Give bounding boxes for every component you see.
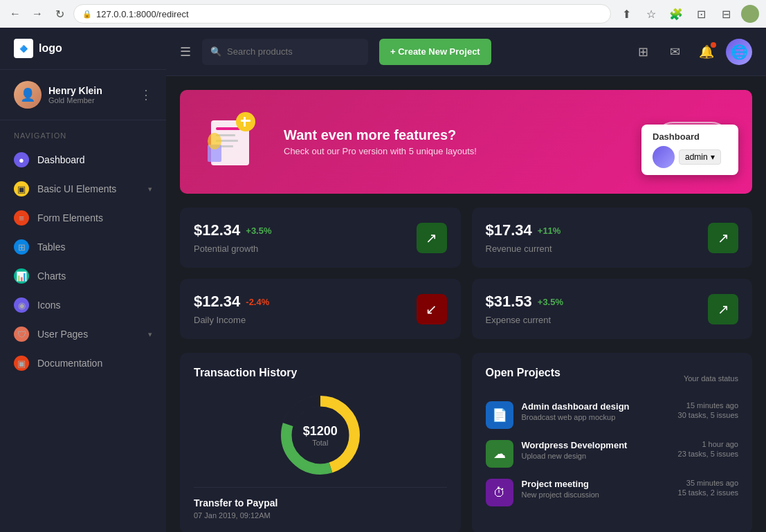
stat-arrow-icon[interactable]: ↗: [708, 294, 738, 324]
stat-info: $12.34 +3.5% Potential growth: [194, 221, 272, 254]
sidebar-item-basic-ui[interactable]: ▣ Basic UI Elements ▾: [0, 174, 166, 203]
donut-wrap: $1200 Total: [275, 390, 365, 480]
tables-icon: ⊞: [14, 239, 29, 255]
search-bar: 🔍: [202, 39, 368, 65]
share-button[interactable]: ⬆: [617, 4, 636, 24]
bottom-grid: Transaction History: [180, 353, 752, 532]
project-time: 1 hour ago: [678, 440, 738, 448]
stat-info: $31.53 +3.5% Expense current: [486, 293, 564, 325]
stat-arrow-icon[interactable]: ↗: [708, 223, 738, 253]
project-desc: Upload new design: [522, 452, 670, 460]
transaction-name: Transfer to Paypal: [194, 497, 447, 508]
stat-card-daily-income: $12.34 -2.4% Daily Income ↙: [180, 279, 461, 339]
project-stats: 30 tasks, 5 issues: [678, 411, 738, 419]
sidebar-user: 👤 Henry Klein Gold Member ⋮: [0, 70, 166, 120]
projects-title: Open Projects: [486, 367, 560, 379]
mail-button[interactable]: ✉: [662, 39, 687, 64]
window-button[interactable]: ⊟: [716, 4, 736, 24]
stat-arrow-icon[interactable]: ↗: [417, 223, 447, 253]
stat-arrow-icon[interactable]: ↙: [417, 294, 447, 324]
stat-amount: $12.34 +3.5%: [194, 221, 272, 239]
sidebar-item-label: Tables: [37, 241, 65, 253]
project-desc: Broadcast web app mockup: [522, 413, 670, 421]
sidebar: 🔷 logo 👤 Henry Klein Gold Member ⋮ Navig…: [0, 28, 166, 532]
project-name: Wordpress Development: [522, 440, 670, 450]
search-input[interactable]: [227, 46, 360, 57]
sidebar-item-label: Dashboard: [37, 154, 85, 165]
svg-rect-7: [241, 120, 250, 122]
user-menu-button[interactable]: ⋮: [140, 87, 152, 102]
transaction-date: 07 Jan 2019, 09:12AM: [194, 511, 447, 520]
menu-toggle-button[interactable]: ☰: [180, 44, 191, 59]
dashboard-popup: Dashboard admin ▾: [641, 125, 738, 175]
project-icon: ⏱: [486, 479, 513, 506]
project-time: 15 minutes ago: [678, 401, 738, 410]
sidebar-item-label: Basic UI Elements: [37, 183, 116, 194]
sidebar-item-tables[interactable]: ⊞ Tables: [0, 232, 166, 262]
basic-ui-icon: ▣: [14, 181, 29, 196]
back-button[interactable]: ←: [7, 6, 24, 22]
stat-label: Revenue current: [486, 244, 561, 254]
banner-subtitle: Check out our Pro version with 5 unique …: [284, 146, 653, 156]
transaction-history-card: Transaction History: [180, 353, 461, 532]
sidebar-item-dashboard[interactable]: ● Dashboard: [0, 145, 166, 174]
sidebar-item-label: Documentation: [37, 358, 102, 369]
popup-avatar: [653, 146, 675, 168]
project-icon: ☁: [486, 440, 513, 468]
stat-amount: $17.34 +11%: [486, 221, 561, 239]
sidebar-item-label: User Pages: [37, 329, 88, 340]
data-status: Your data status: [684, 374, 738, 383]
create-project-button[interactable]: + Create New Project: [379, 39, 491, 65]
stat-card-potential-growth: $12.34 +3.5% Potential growth ↗: [180, 208, 461, 268]
project-info: Project meeting New project discussion: [522, 479, 670, 499]
chevron-down-icon: ▾: [148, 185, 152, 194]
tab-button[interactable]: ⊡: [691, 4, 711, 24]
lock-icon: 🔒: [82, 10, 92, 19]
sidebar-item-charts[interactable]: 📊 Charts: [0, 262, 166, 291]
logo-box: 🔷: [14, 39, 33, 58]
star-button[interactable]: ☆: [641, 4, 661, 24]
sidebar-item-icons[interactable]: ◉ Icons: [0, 291, 166, 320]
admin-label: admin: [685, 152, 708, 162]
forward-button[interactable]: →: [29, 6, 46, 22]
stat-change: +3.5%: [538, 297, 563, 307]
notifications-button[interactable]: 🔔: [694, 39, 719, 64]
transaction-title: Transaction History: [194, 367, 447, 379]
stat-card-revenue: $17.34 +11% Revenue current ↗: [472, 208, 753, 268]
logo-text: logo: [39, 42, 62, 55]
donut-label: $1200 Total: [303, 424, 338, 447]
app-layout: 🔷 logo 👤 Henry Klein Gold Member ⋮ Navig…: [0, 28, 766, 532]
sidebar-item-user-pages[interactable]: 🛡 User Pages ▾: [0, 320, 166, 349]
sidebar-item-form-elements[interactable]: ≡ Form Elements: [0, 203, 166, 232]
sidebar-logo: 🔷 logo: [0, 28, 166, 70]
stat-change: +3.5%: [246, 226, 271, 236]
docs-icon: ▣: [14, 356, 29, 371]
user-pages-icon: 🛡: [14, 327, 29, 342]
stat-label: Potential growth: [194, 244, 272, 254]
stat-label: Expense current: [486, 315, 564, 325]
svg-rect-1: [216, 127, 240, 130]
sidebar-item-documentation[interactable]: ▣ Documentation: [0, 349, 166, 378]
open-projects-card: Open Projects Your data status 📄 Admin d…: [472, 353, 753, 532]
icons-icon: ◉: [14, 297, 29, 313]
extension-button[interactable]: 🧩: [666, 4, 686, 24]
browser-bar: ← → ↻ 🔒 127.0.0.1:8000/redirect ⬆ ☆ 🧩 ⊡ …: [0, 0, 766, 28]
stat-value: $31.53: [486, 293, 532, 311]
browser-avatar: [741, 5, 759, 23]
stat-amount: $31.53 +3.5%: [486, 293, 564, 311]
stat-label: Daily Income: [194, 315, 269, 325]
stat-card-expense: $31.53 +3.5% Expense current ↗: [472, 279, 753, 339]
stat-value: $12.34: [194, 293, 240, 311]
project-stats: 23 tasks, 5 issues: [678, 450, 738, 458]
sidebar-item-label: Charts: [37, 270, 66, 282]
refresh-button[interactable]: ↻: [51, 6, 68, 22]
popup-title: Dashboard: [653, 131, 727, 142]
user-name: Henry Klein: [48, 85, 133, 96]
dashboard-icon: ●: [14, 152, 29, 167]
user-popup-trigger[interactable]: 🌐: [726, 39, 752, 65]
url-text: 127.0.0.1:8000/redirect: [96, 9, 189, 19]
banner-illustration: [201, 107, 270, 177]
admin-button[interactable]: admin ▾: [679, 149, 721, 165]
grid-view-button[interactable]: ⊞: [630, 39, 655, 64]
banner-title: Want even more features?: [284, 127, 653, 143]
